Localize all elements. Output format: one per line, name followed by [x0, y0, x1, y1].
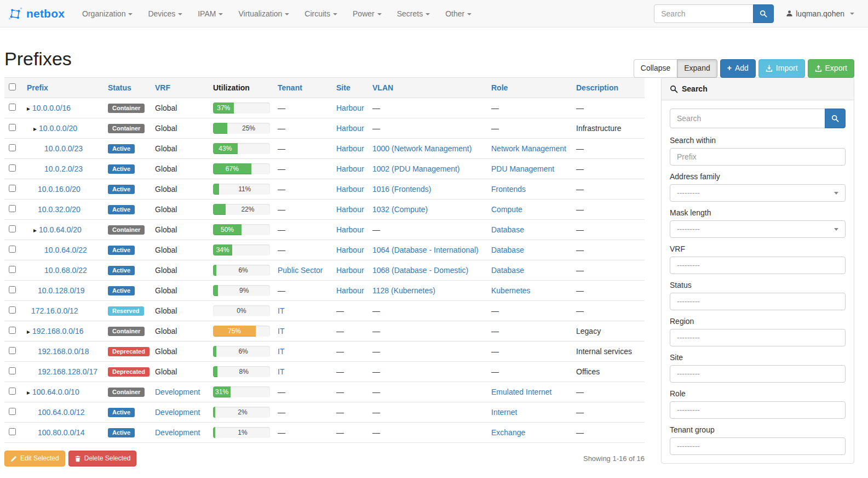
filter-select-region[interactable]: --------- — [670, 329, 846, 346]
tenant-link[interactable]: Public Sector — [278, 266, 323, 275]
tenant-link[interactable]: IT — [278, 347, 284, 356]
prefix-link[interactable]: 10.0.32.0/20 — [38, 205, 81, 214]
nav-item-devices[interactable]: Devices — [140, 0, 190, 27]
filter-select-role[interactable]: --------- — [670, 401, 846, 419]
row-checkbox[interactable] — [9, 185, 16, 192]
filter-search-button[interactable] — [825, 109, 846, 128]
prefix-link[interactable]: 10.0.128.0/19 — [38, 286, 85, 295]
column-header-prefix[interactable]: Prefix — [22, 78, 104, 98]
prefix-link[interactable]: 100.64.0.0/10 — [32, 388, 79, 396]
site-link[interactable]: Harbour — [336, 266, 364, 275]
navbar-search-button[interactable] — [753, 4, 774, 23]
site-link[interactable]: Harbour — [336, 286, 364, 295]
role-link[interactable]: Exchange — [491, 428, 525, 437]
column-header-status[interactable]: Status — [104, 78, 151, 98]
expand-button[interactable]: Expand — [677, 59, 717, 78]
add-button[interactable]: + Add — [720, 59, 756, 78]
prefix-link[interactable]: 100.64.0.0/12 — [38, 408, 85, 417]
filter-select-address-family[interactable]: --------- — [670, 184, 846, 202]
vrf-link[interactable]: Development — [155, 408, 200, 417]
row-checkbox[interactable] — [9, 408, 16, 415]
row-checkbox[interactable] — [9, 124, 16, 131]
prefix-link[interactable]: 10.0.64.0/20 — [39, 225, 82, 234]
tenant-link[interactable]: IT — [278, 367, 284, 376]
nav-item-circuits[interactable]: Circuits — [297, 0, 345, 27]
role-link[interactable]: Compute — [491, 205, 522, 214]
navbar-search-input[interactable] — [654, 4, 754, 23]
row-checkbox[interactable] — [9, 367, 16, 374]
export-button[interactable]: Export — [808, 59, 854, 78]
filter-select-vrf[interactable]: --------- — [670, 257, 846, 274]
row-checkbox[interactable] — [9, 164, 16, 172]
row-checkbox[interactable] — [9, 266, 16, 273]
filter-select-status[interactable]: --------- — [670, 293, 846, 310]
edit-selected-button[interactable]: Edit Selected — [4, 451, 65, 466]
row-checkbox[interactable] — [9, 205, 16, 212]
prefix-link[interactable]: 172.16.0.0/12 — [31, 306, 78, 315]
prefix-link[interactable]: 192.168.128.0/17 — [38, 367, 97, 376]
row-checkbox[interactable] — [9, 327, 16, 334]
site-link[interactable]: Harbour — [336, 144, 364, 153]
netbox-brand[interactable]: netbox — [8, 7, 65, 21]
filter-select-site[interactable]: --------- — [670, 365, 846, 383]
site-link[interactable]: Harbour — [336, 185, 364, 194]
site-link[interactable]: Harbour — [336, 246, 364, 254]
vlan-link[interactable]: 1000 (Network Management) — [372, 144, 472, 153]
row-checkbox[interactable] — [9, 388, 16, 395]
import-button[interactable]: Import — [758, 59, 805, 78]
prefix-link[interactable]: 10.0.0.0/16 — [32, 104, 71, 112]
row-checkbox[interactable] — [9, 144, 16, 151]
filter-input-search-within[interactable] — [670, 148, 846, 166]
row-checkbox[interactable] — [9, 306, 16, 314]
prefix-link[interactable]: 10.0.2.0/23 — [44, 164, 83, 173]
vlan-link[interactable]: 1032 (Compute) — [372, 205, 428, 214]
prefix-link[interactable]: 10.0.64.0/22 — [44, 246, 87, 254]
column-header-vrf[interactable]: VRF — [151, 78, 209, 98]
column-header-role[interactable]: Role — [487, 78, 572, 98]
site-link[interactable]: Harbour — [336, 164, 364, 173]
prefix-link[interactable]: 10.0.68.0/22 — [44, 266, 87, 275]
vrf-link[interactable]: Development — [155, 388, 200, 396]
vlan-link[interactable]: 1064 (Database - International) — [372, 246, 479, 254]
role-link[interactable]: Database — [491, 246, 524, 254]
row-checkbox[interactable] — [9, 246, 16, 253]
prefix-link[interactable]: 10.0.0.0/20 — [39, 124, 77, 133]
prefix-link[interactable]: 100.80.0.0/14 — [38, 428, 85, 437]
filter-search-input[interactable] — [670, 109, 825, 128]
column-header-tenant[interactable]: Tenant — [273, 78, 332, 98]
nav-item-virtualization[interactable]: Virtualization — [231, 0, 297, 27]
prefix-link[interactable]: 10.0.16.0/20 — [38, 185, 81, 194]
role-link[interactable]: Network Management — [491, 144, 566, 153]
nav-item-ipam[interactable]: IPAM — [190, 0, 231, 27]
vlan-link[interactable]: 1068 (Database - Domestic) — [372, 266, 468, 275]
column-header-site[interactable]: Site — [332, 78, 368, 98]
select-all-checkbox[interactable] — [9, 83, 16, 90]
role-link[interactable]: Database — [491, 225, 524, 234]
nav-item-power[interactable]: Power — [345, 0, 389, 27]
column-header-description[interactable]: Description — [572, 78, 645, 98]
site-link[interactable]: Harbour — [336, 225, 364, 234]
row-checkbox[interactable] — [9, 428, 16, 435]
prefix-link[interactable]: 10.0.0.0/23 — [44, 144, 83, 153]
tenant-link[interactable]: IT — [278, 306, 284, 315]
user-menu[interactable]: luqman.qohen — [786, 9, 854, 18]
filter-select-mask-length[interactable]: --------- — [670, 220, 846, 238]
vlan-link[interactable]: 1002 (PDU Management) — [372, 164, 460, 173]
site-link[interactable]: Harbour — [336, 124, 364, 133]
vlan-link[interactable]: 1016 (Frontends) — [372, 185, 431, 194]
row-checkbox[interactable] — [9, 286, 16, 293]
nav-item-organization[interactable]: Organization — [74, 0, 140, 27]
role-link[interactable]: PDU Management — [491, 164, 554, 173]
site-link[interactable]: Harbour — [336, 104, 364, 112]
role-link[interactable]: Frontends — [491, 185, 526, 194]
role-link[interactable]: Kubernetes — [491, 286, 531, 295]
column-header-vlan[interactable]: VLAN — [368, 78, 487, 98]
tenant-link[interactable]: IT — [278, 327, 284, 335]
role-link[interactable]: Internet — [491, 408, 517, 417]
row-checkbox[interactable] — [9, 104, 16, 111]
filter-select-tenant-group[interactable]: --------- — [670, 437, 846, 455]
site-link[interactable]: Harbour — [336, 205, 364, 214]
nav-item-other[interactable]: Other — [438, 0, 479, 27]
nav-item-secrets[interactable]: Secrets — [389, 0, 438, 27]
row-checkbox[interactable] — [9, 347, 16, 354]
